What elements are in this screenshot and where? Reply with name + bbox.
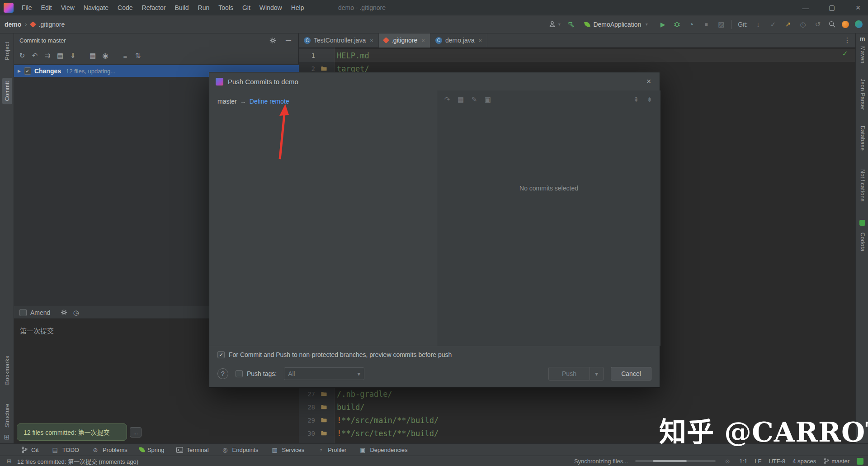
line-separator[interactable]: LF xyxy=(755,458,761,465)
build-hammer-icon[interactable] xyxy=(567,20,575,28)
expand-all-icon[interactable]: ⇅ xyxy=(133,51,142,60)
show-changes-icon[interactable]: ▦ xyxy=(456,95,465,104)
menu-window[interactable]: Window xyxy=(255,0,287,15)
edit-commit-icon[interactable]: ✎ xyxy=(470,95,479,104)
push-tags-option[interactable]: Push tags: xyxy=(236,370,277,377)
group-by-icon[interactable]: ▦ xyxy=(88,51,97,60)
cherry-pick-icon[interactable]: ↷ xyxy=(443,95,452,104)
window-maximize-icon[interactable]: ▢ xyxy=(827,3,836,12)
collapse-all-icon[interactable]: ≡ xyxy=(121,51,130,60)
tool-button-endpoints[interactable]: ◎ Endpoints xyxy=(221,445,259,454)
sidebar-item-codota[interactable]: Codota xyxy=(859,233,866,252)
tab-gitignore[interactable]: .gitignore × xyxy=(379,33,430,48)
run-config-selector[interactable]: DemoApplication ▾ xyxy=(581,19,652,30)
profiler-button[interactable]: ◔ xyxy=(687,20,696,29)
push-tags-checkbox[interactable] xyxy=(236,370,243,377)
coverage-button[interactable]: ▨ xyxy=(717,20,726,29)
breadcrumb-file[interactable]: .gitignore xyxy=(39,21,65,28)
tab-options-icon[interactable]: ⋮ xyxy=(843,36,852,45)
tool-button-todo[interactable]: ▤ TODO xyxy=(51,445,79,454)
git-commit-icon[interactable]: ✓ xyxy=(769,20,778,29)
indent-style[interactable]: 4 spaces xyxy=(793,458,816,465)
sidebar-item-json-parser[interactable]: Json Parser xyxy=(859,79,866,110)
refresh-icon[interactable]: ↻ xyxy=(18,51,27,60)
preview-option[interactable]: ✓ For Commit and Push to non-protected b… xyxy=(217,351,452,358)
git-update-icon[interactable]: ↓ xyxy=(754,20,763,29)
sidebar-item-commit[interactable]: Commit xyxy=(2,78,12,104)
menu-code[interactable]: Code xyxy=(113,0,137,15)
file-encoding[interactable]: UTF-8 xyxy=(769,458,785,465)
menu-file[interactable]: File xyxy=(17,0,37,15)
tool-windows-grid-icon[interactable]: ⊞ xyxy=(2,433,11,442)
preview-checkbox[interactable]: ✓ xyxy=(217,351,225,358)
menu-git[interactable]: Git xyxy=(238,0,255,15)
tab-testcontroller[interactable]: C TestController.java × xyxy=(299,33,379,48)
patch-icon[interactable]: ▣ xyxy=(483,95,492,104)
sidebar-item-maven[interactable]: Maven xyxy=(859,46,866,64)
shelve-icon[interactable]: ⇓ xyxy=(68,51,77,60)
tool-button-services[interactable]: ▥ Services xyxy=(270,445,304,454)
inspection-ok-icon[interactable]: ✓ xyxy=(842,49,848,58)
menu-tools[interactable]: Tools xyxy=(214,0,238,15)
menu-view[interactable]: View xyxy=(57,0,79,15)
menu-edit[interactable]: Edit xyxy=(37,0,57,15)
menu-help[interactable]: Help xyxy=(287,0,309,15)
push-options-arrow[interactable]: ▾ xyxy=(590,367,604,380)
commit-history-icon[interactable]: ◷ xyxy=(71,308,80,317)
tool-button-profiler[interactable]: ◔ Profiler xyxy=(316,445,346,454)
cancel-button[interactable]: Cancel xyxy=(611,367,651,380)
git-push-icon[interactable]: ↗ xyxy=(783,20,793,29)
tags-combobox[interactable]: All ▾ xyxy=(284,367,364,380)
window-close-icon[interactable]: × xyxy=(854,3,863,12)
tool-button-spring[interactable]: Spring xyxy=(139,447,165,453)
revert-icon[interactable]: ↺ xyxy=(813,20,822,29)
changelist-icon[interactable]: ▤ xyxy=(56,51,65,60)
menu-run[interactable]: Run xyxy=(193,0,214,15)
tool-button-terminal[interactable]: Terminal xyxy=(176,446,208,454)
sidebar-item-project[interactable]: Project xyxy=(4,42,10,60)
push-button[interactable]: Push xyxy=(548,367,590,380)
user-dropdown[interactable]: ▾ xyxy=(548,20,561,29)
tab-close-icon[interactable]: × xyxy=(421,37,425,44)
tool-button-problems[interactable]: ⊘ Problems xyxy=(91,445,127,454)
collapse-details-icon[interactable]: ⇟ xyxy=(645,95,654,104)
debug-button[interactable] xyxy=(673,20,681,28)
tool-button-git[interactable]: Git xyxy=(21,446,39,454)
cancel-sync-icon[interactable]: ⊗ xyxy=(723,456,732,466)
sidebar-item-structure[interactable]: Structure xyxy=(4,404,10,428)
hide-panel-icon[interactable]: — xyxy=(284,36,293,45)
dialog-title-bar[interactable]: Push Commits to demo × xyxy=(209,72,660,90)
app-logo-icon[interactable] xyxy=(4,3,14,13)
commit-settings-gear-icon[interactable] xyxy=(269,37,277,44)
sidebar-item-database[interactable]: Database xyxy=(859,126,866,151)
rollback-icon[interactable]: ↶ xyxy=(30,51,39,60)
menu-navigate[interactable]: Navigate xyxy=(79,0,113,15)
sidebar-item-notifications[interactable]: Notifications xyxy=(859,169,866,202)
search-everywhere-icon[interactable] xyxy=(828,20,836,28)
sidebar-item-bookmarks[interactable]: Bookmarks xyxy=(4,356,10,385)
tab-close-icon[interactable]: × xyxy=(479,37,482,44)
changes-checkbox[interactable]: ✓ xyxy=(24,67,31,75)
forward-icon[interactable]: ⇉ xyxy=(43,51,52,60)
expand-details-icon[interactable]: ⇞ xyxy=(632,95,641,104)
tool-windows-icon[interactable]: ⊞ xyxy=(5,456,14,466)
tree-chevron-icon[interactable]: ▶ xyxy=(18,69,21,73)
window-minimize-icon[interactable]: — xyxy=(801,3,810,12)
tab-close-icon[interactable]: × xyxy=(370,37,373,44)
update-badge-icon[interactable] xyxy=(842,21,849,28)
amend-checkbox[interactable] xyxy=(19,309,27,316)
commit-options-gear-icon[interactable] xyxy=(60,309,68,316)
toast-more-button[interactable]: ... xyxy=(130,427,142,437)
caret-position[interactable]: 1:1 xyxy=(739,458,747,465)
run-button[interactable]: ▶ xyxy=(658,20,667,29)
help-button[interactable]: ? xyxy=(217,368,228,379)
history-clock-icon[interactable]: ◷ xyxy=(798,20,807,29)
stop-button[interactable]: ■ xyxy=(702,20,711,29)
avatar[interactable] xyxy=(855,20,863,28)
dialog-close-icon[interactable]: × xyxy=(644,77,653,86)
tab-demo-java[interactable]: C demo.java × xyxy=(430,33,487,48)
git-branch-widget[interactable]: master xyxy=(823,458,849,465)
plugin-status-icon[interactable] xyxy=(857,458,863,465)
preview-diff-icon[interactable]: ◉ xyxy=(101,51,110,60)
breadcrumb-project[interactable]: demo xyxy=(5,21,21,28)
